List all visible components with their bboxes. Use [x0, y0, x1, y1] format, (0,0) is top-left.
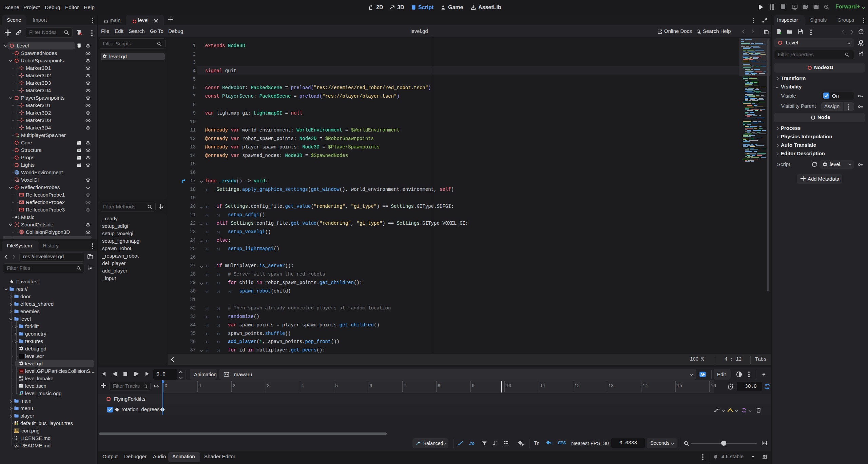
svg-text:A: A	[700, 372, 703, 377]
svg-text:DOC: DOC	[698, 32, 701, 34]
svg-text:TXT: TXT	[15, 438, 19, 441]
svg-text:TXT: TXT	[15, 446, 19, 448]
svg-text:A: A	[225, 373, 227, 376]
svg-text:DOC: DOC	[860, 44, 864, 46]
